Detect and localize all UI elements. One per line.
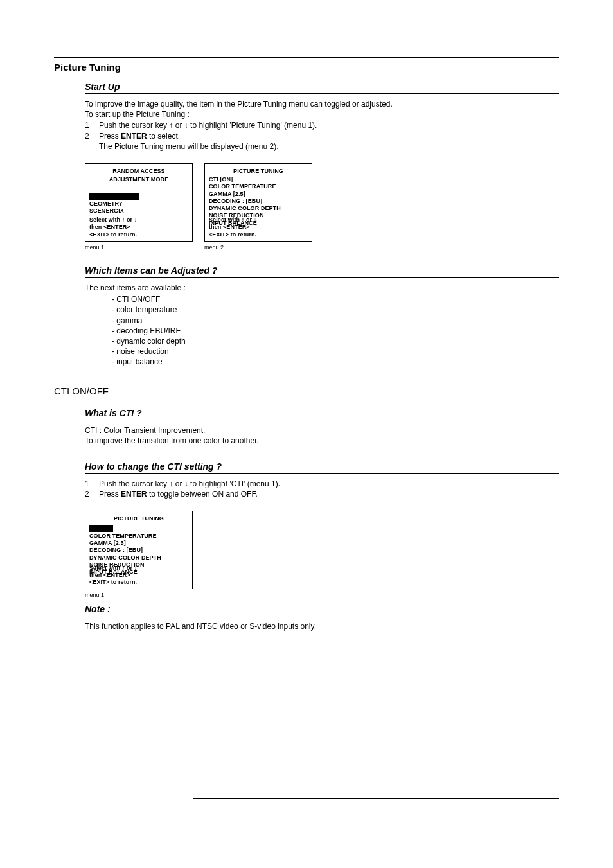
footer-rule xyxy=(193,798,559,799)
startup-step-2: 2 Press ENTER to select. The Picture Tun… xyxy=(85,131,559,152)
whatis-heading-wrap: What is CTI ? xyxy=(85,408,559,420)
section-title: Picture Tuning xyxy=(54,62,559,73)
menu2-box: PICTURE TUNING CTI [ON] COLOR TEMPERATUR… xyxy=(204,163,312,242)
menu2-caption: menu 2 xyxy=(204,244,312,251)
menu-row-1: RANDOM ACCESS ADJUSTMENT MODE PICTURE TU… xyxy=(85,163,559,251)
menu1-exit: <EXIT> to return. xyxy=(89,231,188,238)
whatis-p2: To improve the transition from one color… xyxy=(85,436,559,446)
menu3-l5: DYNAMIC COLOR DEPTH xyxy=(89,554,188,562)
t1b: or xyxy=(173,479,184,488)
menu1-l2: SCENERGIX xyxy=(89,208,188,215)
menu2-l5: DYNAMIC COLOR DEPTH xyxy=(209,205,308,212)
menu1-title2: ADJUSTMENT MODE xyxy=(89,176,188,183)
whatis-rule xyxy=(85,420,559,420)
which-i7: - input balance xyxy=(112,357,559,367)
menu1-l1: GEOMETRY xyxy=(89,200,188,208)
menu2-nav: Select with ↑ or ↓ then <ENTER> <EXIT> t… xyxy=(205,217,312,238)
menu1-nav: Select with ↑ or ↓ then <ENTER> <EXIT> t… xyxy=(85,217,192,238)
note-heading-wrap: Note : xyxy=(85,604,559,616)
step-num: 2 xyxy=(85,489,99,499)
note-rule xyxy=(85,616,559,616)
menu2-l4: DECODING : [EBU] xyxy=(209,198,308,205)
step-text: Press ENTER to select. The Picture Tunin… xyxy=(99,131,559,152)
t2b: ENTER xyxy=(121,132,147,141)
whatis-body: CTI : Color Transient Improvement. To im… xyxy=(85,425,559,446)
step-text: Push the cursor key ↑ or ↓ to highlight … xyxy=(99,120,559,130)
t1a: Push the cursor key xyxy=(99,479,169,488)
startup-heading-wrap: Start Up xyxy=(85,82,559,94)
menu3-highlight: CTI [ON] xyxy=(89,525,113,532)
down-arrow-icon: ↓ xyxy=(134,217,138,223)
menu3-l3: GAMMA [2.5] xyxy=(89,540,188,547)
howchange-heading: How to change the CTI setting ? xyxy=(85,461,559,472)
t2d: The Picture Tuning menu will be displaye… xyxy=(99,142,278,151)
t2c: to select. xyxy=(147,132,180,141)
menu1-wrap: RANDOM ACCESS ADJUSTMENT MODE PICTURE TU… xyxy=(85,163,193,251)
which-heading: Which Items can be Adjusted ? xyxy=(85,265,559,276)
menu3-l4: DECODING : [EBU] xyxy=(89,547,188,554)
t2c: to toggle between ON and OFF. xyxy=(147,490,258,499)
which-i5: - dynamic color depth xyxy=(112,336,559,346)
step-num: 1 xyxy=(85,479,99,489)
t1c: to highlight 'Picture Tuning' (menu 1). xyxy=(188,121,317,130)
t2a: Press xyxy=(99,132,121,141)
menu3-wrap: PICTURE TUNING CTI [ON] COLOR TEMPERATUR… xyxy=(85,511,193,599)
menu3-exit: <EXIT> to return. xyxy=(89,579,188,586)
step-num: 1 xyxy=(85,120,99,130)
which-i1: - CTI ON/OFF xyxy=(112,294,559,305)
howchange-body: 1 Push the cursor key ↑ or ↓ to highligh… xyxy=(85,479,559,599)
whatis-p1: CTI : Color Transient Improvement. xyxy=(85,425,559,436)
menu2-l2: COLOR TEMPERATURE xyxy=(209,183,308,190)
note-heading: Note : xyxy=(85,604,559,614)
howchange-heading-wrap: How to change the CTI setting ? xyxy=(85,461,559,474)
step-text: Push the cursor key ↑ or ↓ to highlight … xyxy=(99,479,559,489)
menu2-exit: <EXIT> to return. xyxy=(209,231,308,238)
step-num: 2 xyxy=(85,131,99,152)
which-body: The next items are available : - CTI ON/… xyxy=(85,283,559,368)
howchange-rule xyxy=(85,473,559,474)
down-arrow-icon: ↓ xyxy=(134,565,138,571)
note-body: This function applies to PAL and NTSC vi… xyxy=(85,621,559,632)
cti-header: CTI ON/OFF xyxy=(54,385,559,396)
which-i6: - noise reduction xyxy=(112,346,559,357)
step-text: Press ENTER to toggle between ON and OFF… xyxy=(99,489,559,499)
menu1-box: RANDOM ACCESS ADJUSTMENT MODE PICTURE TU… xyxy=(85,163,193,242)
menu1-title: RANDOM ACCESS xyxy=(89,168,188,175)
whatis-heading: What is CTI ? xyxy=(85,408,559,418)
menu3-title: PICTURE TUNING xyxy=(89,515,188,522)
menu3-sel: Select with ↑ or ↓ then <ENTER> xyxy=(89,565,188,580)
menu2-wrap: PICTURE TUNING CTI [ON] COLOR TEMPERATUR… xyxy=(204,163,312,251)
startup-heading: Start Up xyxy=(85,82,559,92)
howchange-step-2: 2 Press ENTER to toggle between ON and O… xyxy=(85,489,559,499)
startup-step-1: 1 Push the cursor key ↑ or ↓ to highligh… xyxy=(85,120,559,130)
which-list: - CTI ON/OFF - color temperature - gamma… xyxy=(112,294,559,367)
which-intro: The next items are available : xyxy=(85,283,559,293)
t1c: to highlight 'CTI' (menu 1). xyxy=(188,479,280,488)
menu2-l3: GAMMA [2.5] xyxy=(209,191,308,198)
menu2-title: PICTURE TUNING xyxy=(209,168,308,175)
menu1-caption: menu 1 xyxy=(85,244,193,251)
which-heading-wrap: Which Items can be Adjusted ? xyxy=(85,265,559,278)
startup-rule xyxy=(85,93,559,94)
top-rule xyxy=(54,57,559,58)
howchange-steps: 1 Push the cursor key ↑ or ↓ to highligh… xyxy=(85,479,559,499)
t2b: ENTER xyxy=(121,490,147,499)
which-rule xyxy=(85,277,559,278)
menu3-box: PICTURE TUNING CTI [ON] COLOR TEMPERATUR… xyxy=(85,511,193,589)
menu2-l1: CTI [ON] xyxy=(209,176,308,183)
t1a: Push the cursor key xyxy=(99,121,169,130)
menu1-sel: Select with ↑ or ↓ then <ENTER> xyxy=(89,217,188,231)
startup-steps: 1 Push the cursor key ↑ or ↓ to highligh… xyxy=(85,120,559,152)
menu3-nav: Select with ↑ or ↓ then <ENTER> <EXIT> t… xyxy=(85,565,192,587)
startup-body: To improve the image quality, the item i… xyxy=(85,99,559,251)
page: Picture Tuning Start Up To improve the i… xyxy=(0,0,613,868)
which-i4: - decoding EBU/IRE xyxy=(112,326,559,336)
menu3-l2: COLOR TEMPERATURE xyxy=(89,533,188,540)
which-i3: - gamma xyxy=(112,315,559,326)
down-arrow-icon: ↓ xyxy=(254,217,257,223)
howchange-step-1: 1 Push the cursor key ↑ or ↓ to highligh… xyxy=(85,479,559,489)
menu3-caption: menu 1 xyxy=(85,591,193,599)
t1b: or xyxy=(173,121,184,130)
note-p1: This function applies to PAL and NTSC vi… xyxy=(85,621,559,632)
menu-row-2: PICTURE TUNING CTI [ON] COLOR TEMPERATUR… xyxy=(85,511,559,599)
